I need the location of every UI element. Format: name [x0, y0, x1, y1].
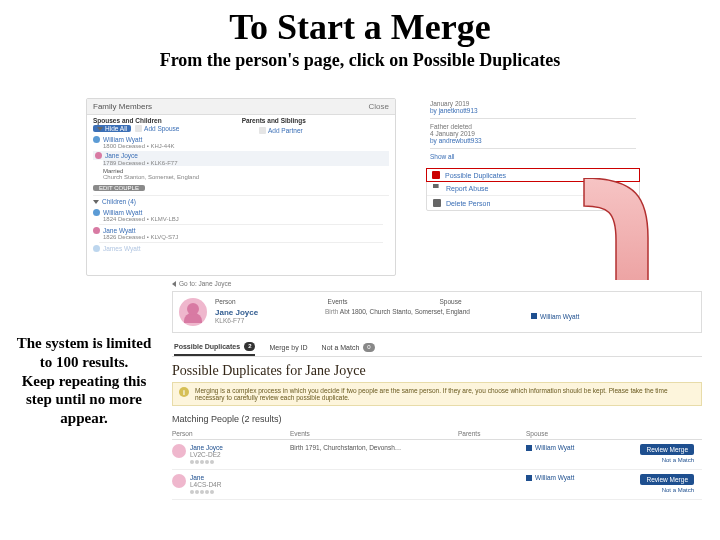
- child-sub: 1824 Deceased • KLMV-LBJ: [103, 216, 389, 222]
- not-a-match-link[interactable]: Not a Match: [614, 487, 694, 493]
- duplicates-heading: Possible Duplicates for Jane Joyce: [172, 363, 702, 379]
- dup-tabs: Possible Duplicates2 Merge by ID Not a M…: [172, 339, 702, 357]
- match-name[interactable]: Jane Joyce: [190, 444, 223, 451]
- page-title: To Start a Merge: [0, 6, 720, 48]
- bottom-screenshot: Go to: Jane Joyce Person Events Spouse J…: [172, 280, 702, 536]
- close-button[interactable]: Close: [369, 99, 389, 114]
- badge-count: 0: [363, 343, 374, 352]
- chevron-down-icon: [93, 200, 99, 204]
- focus-person-card: Person Events Spouse Jane Joyce KLK6-F77…: [172, 291, 702, 333]
- info-text: Merging is a complex process in which yo…: [195, 387, 695, 401]
- review-merge-button[interactable]: Review Merge: [640, 444, 694, 455]
- match-events: Birth 1791, Churchstanton, Devonsh…: [290, 444, 458, 451]
- match-table: Person Events Parents Spouse Jane Joyce …: [172, 428, 702, 500]
- meta-date: January 2019: [430, 100, 636, 107]
- birth-value: Abt 1800, Church Stanto, Somerset, Engla…: [340, 308, 470, 315]
- chevron-down-icon: [97, 127, 103, 131]
- hide-all-button[interactable]: Hide All: [93, 125, 131, 132]
- child-sub: 1826 Deceased • KLVQ-S7J: [103, 234, 389, 240]
- birth-label: Birth: [325, 308, 338, 315]
- meta-user-link[interactable]: by andrewbutt933: [430, 137, 636, 144]
- goto-breadcrumb[interactable]: Go to: Jane Joyce: [172, 280, 702, 287]
- badge-count: 2: [244, 342, 255, 351]
- match-id: LV2C-DE2: [190, 451, 223, 458]
- edit-couple-button[interactable]: EDIT COUPLE: [93, 185, 145, 191]
- focus-person-name[interactable]: Jane Joyce: [215, 308, 307, 317]
- family-members-panel: Family Members Close Spouses and Childre…: [86, 98, 396, 276]
- th-parents: Parents: [458, 430, 526, 437]
- col-person: Person: [215, 298, 236, 305]
- top-screenshot: Family Members Close Spouses and Childre…: [86, 98, 640, 276]
- match-id: L4CS-D4R: [190, 481, 221, 488]
- focus-person-id: KLK6-F77: [215, 317, 307, 324]
- square-icon: [531, 313, 537, 319]
- page-subtitle: From the person's page, click on Possibl…: [0, 50, 720, 71]
- match-name[interactable]: Jane: [190, 474, 221, 481]
- meta-user-link[interactable]: by janetknott913: [430, 107, 636, 114]
- add-spouse-link[interactable]: Add Spouse: [135, 125, 179, 132]
- child-name[interactable]: Jane Wyatt: [103, 227, 135, 234]
- th-spouse: Spouse: [526, 430, 614, 437]
- col-spouse: Spouse: [439, 298, 461, 305]
- tab-possible-duplicates[interactable]: Possible Duplicates2: [174, 339, 255, 356]
- female-icon: [93, 227, 100, 234]
- tab-merge-by-id[interactable]: Merge by ID: [269, 339, 307, 356]
- quality-dots: [190, 458, 223, 465]
- flag-icon: [433, 184, 441, 192]
- table-row: Jane L4CS-D4R William Wyatt Review Merge…: [172, 470, 702, 500]
- wife-name[interactable]: Jane Joyce: [105, 152, 138, 159]
- female-icon: [95, 152, 102, 159]
- th-events: Events: [290, 430, 458, 437]
- spouse-link[interactable]: William Wyatt: [526, 444, 614, 451]
- avatar: [172, 474, 186, 488]
- avatar: [179, 298, 207, 326]
- meta-date: 4 January 2019: [430, 130, 636, 137]
- col-spouses-children: Spouses and Children: [93, 117, 162, 123]
- duplicate-icon: [432, 171, 440, 179]
- children-toggle[interactable]: Children (4): [87, 198, 395, 205]
- marriage-place: Church Stanton, Somerset, England: [103, 174, 389, 180]
- th-person: Person: [172, 430, 290, 437]
- add-partner-link[interactable]: Add Partner: [259, 127, 303, 134]
- husband-name[interactable]: William Wyatt: [103, 136, 142, 143]
- male-icon: [93, 245, 100, 252]
- child-name[interactable]: William Wyatt: [103, 209, 142, 216]
- table-row: Jane Joyce LV2C-DE2 Birth 1791, Churchst…: [172, 440, 702, 470]
- meta-event: Father deleted: [430, 123, 636, 130]
- tab-not-a-match[interactable]: Not a Match0: [322, 339, 375, 356]
- col-events: Events: [328, 298, 348, 305]
- spouse-link[interactable]: William Wyatt: [531, 308, 579, 324]
- male-icon: [93, 136, 100, 143]
- trash-icon: [433, 199, 441, 207]
- spouse-link[interactable]: William Wyatt: [526, 474, 614, 481]
- avatar: [172, 444, 186, 458]
- plus-icon: [259, 127, 266, 134]
- col-parents-siblings: Parents and Siblings: [242, 117, 306, 123]
- family-members-header: Family Members: [93, 99, 152, 114]
- child-name[interactable]: James Wyatt: [103, 245, 141, 252]
- square-icon: [526, 445, 532, 451]
- plus-icon: [135, 125, 142, 132]
- male-icon: [93, 209, 100, 216]
- review-merge-button[interactable]: Review Merge: [640, 474, 694, 485]
- husband-sub: 1800 Deceased • KHJ-44K: [103, 143, 389, 149]
- show-all-link[interactable]: Show all: [430, 153, 636, 160]
- not-a-match-link[interactable]: Not a Match: [614, 457, 694, 463]
- info-callout: i Merging is a complex process in which …: [172, 382, 702, 406]
- sidenote-text: The system is limited to 100 results.Kee…: [14, 334, 154, 428]
- matching-people-header: Matching People (2 results): [172, 414, 702, 424]
- back-icon: [172, 281, 176, 287]
- square-icon: [526, 475, 532, 481]
- quality-dots: [190, 488, 221, 495]
- info-icon: i: [179, 387, 189, 397]
- wife-sub: 1789 Deceased • KLK6-F77: [103, 160, 389, 166]
